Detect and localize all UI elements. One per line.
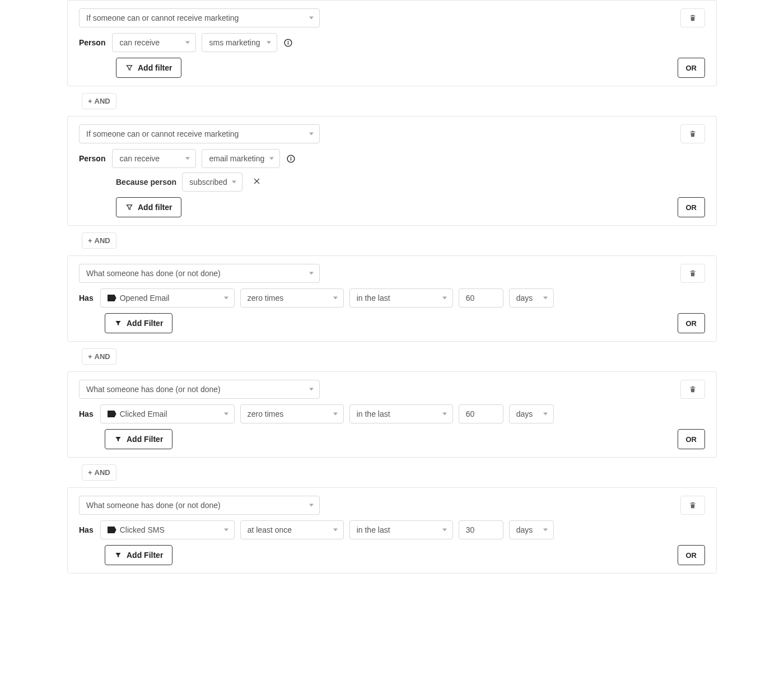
condition-type-label: If someone can or cannot receive marketi… bbox=[86, 129, 239, 138]
condition-block: What someone has done (or not done) Has … bbox=[67, 255, 717, 342]
plus-icon: + bbox=[88, 468, 92, 477]
timeframe-select[interactable]: in the last bbox=[349, 404, 453, 423]
chevron-down-icon bbox=[309, 133, 314, 136]
tag-icon bbox=[108, 527, 116, 533]
prefix-label: Has bbox=[79, 294, 94, 302]
add-filter-button[interactable]: Add filter bbox=[116, 58, 181, 78]
can-receive-select[interactable]: can receive bbox=[112, 149, 196, 168]
chevron-down-icon bbox=[309, 388, 314, 391]
chevron-down-icon bbox=[185, 157, 190, 160]
plus-icon: + bbox=[88, 97, 92, 105]
chevron-down-icon bbox=[333, 413, 338, 416]
metric-select[interactable]: Clicked SMS bbox=[100, 520, 235, 539]
trash-icon bbox=[689, 14, 697, 22]
plus-icon: + bbox=[88, 236, 92, 245]
chevron-down-icon bbox=[442, 529, 447, 532]
trash-icon bbox=[689, 269, 697, 277]
chevron-down-icon bbox=[224, 529, 228, 532]
chevron-down-icon bbox=[185, 41, 190, 44]
condition-type-label: What someone has done (or not done) bbox=[86, 501, 221, 510]
reason-select[interactable]: subscribed bbox=[182, 173, 242, 192]
chevron-down-icon bbox=[309, 504, 314, 507]
svg-point-1 bbox=[288, 40, 289, 41]
chevron-down-icon bbox=[232, 181, 236, 184]
chevron-down-icon bbox=[333, 297, 338, 300]
close-icon bbox=[253, 177, 261, 185]
prefix-label: Person bbox=[79, 38, 105, 47]
chevron-down-icon bbox=[309, 272, 314, 275]
metric-select[interactable]: Clicked Email bbox=[100, 404, 235, 423]
and-connector: +AND bbox=[82, 348, 717, 365]
can-receive-select[interactable]: can receive bbox=[112, 33, 196, 52]
condition-type-label: If someone can or cannot receive marketi… bbox=[86, 13, 239, 22]
chevron-down-icon bbox=[543, 413, 548, 416]
condition-block: What someone has done (or not done) Has … bbox=[67, 487, 717, 574]
add-filter-button[interactable]: Add filter bbox=[116, 197, 181, 217]
or-button[interactable]: OR bbox=[678, 58, 706, 78]
unit-select[interactable]: days bbox=[509, 404, 554, 423]
condition-type-label: What someone has done (or not done) bbox=[86, 269, 221, 278]
trash-icon bbox=[689, 501, 697, 509]
chevron-down-icon bbox=[224, 297, 228, 300]
chevron-down-icon bbox=[543, 529, 548, 532]
condition-type-select[interactable]: What someone has done (or not done) bbox=[79, 380, 320, 399]
condition-type-select[interactable]: What someone has done (or not done) bbox=[79, 264, 320, 283]
info-icon[interactable] bbox=[286, 153, 296, 164]
filter-solid-icon bbox=[114, 435, 122, 443]
svg-point-4 bbox=[291, 156, 292, 157]
delete-button[interactable] bbox=[680, 264, 705, 283]
or-button[interactable]: OR bbox=[678, 197, 706, 217]
chevron-down-icon bbox=[309, 17, 314, 20]
chevron-down-icon bbox=[224, 413, 228, 416]
svg-rect-5 bbox=[291, 158, 291, 160]
info-icon[interactable] bbox=[283, 38, 293, 48]
and-connector: +AND bbox=[82, 232, 717, 249]
condition-type-select[interactable]: What someone has done (or not done) bbox=[79, 496, 320, 515]
add-filter-button[interactable]: Add Filter bbox=[105, 429, 172, 449]
add-filter-button[interactable]: Add Filter bbox=[105, 545, 172, 565]
condition-block: If someone can or cannot receive marketi… bbox=[67, 116, 717, 226]
number-input[interactable] bbox=[459, 520, 503, 539]
and-button[interactable]: +AND bbox=[82, 464, 116, 481]
channel-select[interactable]: sms marketing bbox=[202, 33, 277, 52]
chevron-down-icon bbox=[267, 41, 271, 44]
and-button[interactable]: +AND bbox=[82, 348, 116, 365]
operator-select[interactable]: zero times bbox=[240, 288, 344, 308]
chevron-down-icon bbox=[269, 157, 274, 160]
condition-type-select[interactable]: If someone can or cannot receive marketi… bbox=[79, 124, 320, 143]
or-button[interactable]: OR bbox=[678, 545, 706, 565]
chevron-down-icon bbox=[442, 413, 447, 416]
trash-icon bbox=[689, 130, 697, 138]
channel-select[interactable]: email marketing bbox=[202, 149, 280, 168]
filter-icon bbox=[125, 203, 133, 211]
and-button[interactable]: +AND bbox=[82, 93, 116, 109]
number-input[interactable] bbox=[459, 288, 503, 308]
operator-select[interactable]: zero times bbox=[240, 404, 344, 423]
or-button[interactable]: OR bbox=[678, 429, 706, 449]
remove-subfilter-button[interactable] bbox=[248, 176, 265, 188]
filter-solid-icon bbox=[114, 319, 122, 327]
operator-select[interactable]: at least once bbox=[240, 520, 344, 539]
unit-select[interactable]: days bbox=[509, 288, 554, 308]
because-label: Because person bbox=[116, 178, 176, 187]
tag-icon bbox=[108, 411, 116, 417]
unit-select[interactable]: days bbox=[509, 520, 554, 539]
delete-button[interactable] bbox=[680, 496, 705, 515]
tag-icon bbox=[108, 295, 116, 301]
add-filter-button[interactable]: Add Filter bbox=[105, 313, 172, 333]
filter-icon bbox=[125, 64, 133, 72]
delete-button[interactable] bbox=[680, 124, 705, 143]
or-button[interactable]: OR bbox=[678, 313, 706, 333]
metric-select[interactable]: Opened Email bbox=[100, 288, 235, 308]
number-input[interactable] bbox=[459, 404, 503, 423]
chevron-down-icon bbox=[543, 297, 548, 300]
condition-type-select[interactable]: If someone can or cannot receive marketi… bbox=[79, 8, 320, 27]
condition-type-label: What someone has done (or not done) bbox=[86, 385, 221, 394]
timeframe-select[interactable]: in the last bbox=[349, 288, 453, 308]
and-button[interactable]: +AND bbox=[82, 232, 116, 249]
timeframe-select[interactable]: in the last bbox=[349, 520, 453, 539]
chevron-down-icon bbox=[442, 297, 447, 300]
condition-block: What someone has done (or not done) Has … bbox=[67, 371, 717, 458]
delete-button[interactable] bbox=[680, 380, 705, 399]
delete-button[interactable] bbox=[680, 8, 705, 27]
